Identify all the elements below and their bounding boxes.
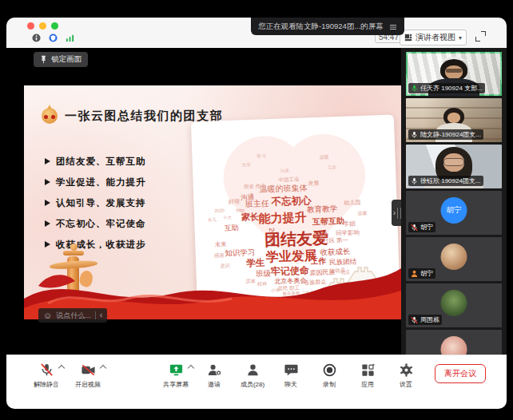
speaker-view-button[interactable]: 演讲者视图 ▾: [400, 30, 467, 46]
participant-name: 胡宁: [420, 269, 433, 278]
toolbar-button-label: 成员(28): [241, 380, 264, 389]
participant-tile[interactable]: 胡宁: [406, 237, 502, 281]
apps-button[interactable]: 应用: [352, 361, 384, 389]
participant-name-label: 徐钰欣 190924团支...: [408, 176, 483, 186]
toolbar-button-label: 解除静音: [34, 380, 59, 389]
participant-tile[interactable]: 周国栋: [406, 283, 502, 327]
participants-list: 任天齐 190924 支部...陆文静-190924团支...徐钰欣 19092…: [406, 52, 502, 355]
toolbar-button-label: 邀请: [208, 380, 221, 389]
settings-button[interactable]: 设置: [390, 361, 422, 389]
word-cloud-word: 不忘初心: [271, 196, 311, 207]
participants-icon: [245, 363, 260, 378]
word-cloud-word: 2022: [268, 228, 276, 244]
chat-input-placeholder[interactable]: 说点什么...: [56, 311, 91, 321]
share-screen-button[interactable]: 共享屏幕: [160, 361, 192, 389]
mic-on-icon: [411, 85, 418, 93]
emoji-icon[interactable]: ☺: [43, 311, 52, 320]
word-cloud-word: 沟通: [241, 194, 254, 201]
collapse-chat-icon[interactable]: ‹: [100, 311, 103, 319]
shared-screen-area: 锁定画面 一张云图总结我们的团支部 团结友爱、互帮互助 学业促进、能力提升 认知…: [6, 48, 401, 355]
mic-muted-icon: [39, 363, 54, 378]
mic-on-icon: [411, 177, 418, 185]
participant-tile[interactable]: [406, 330, 502, 355]
participant-name: 周国栋: [420, 315, 439, 324]
share-screen-icon: [169, 363, 184, 378]
word-cloud-word: 同学影响: [336, 230, 360, 237]
meeting-window: 您正在观看陆文静-190924团...的屏幕 54:47 演讲者视图 ▾ 锁定画…: [6, 18, 507, 409]
word-cloud-word: 中国工业: [278, 177, 299, 183]
zoom-window-button[interactable]: [51, 22, 58, 30]
word-cloud-word: 发展: [242, 163, 251, 168]
encryption-shield-icon[interactable]: [49, 34, 58, 42]
participant-name: 陆文静-190924团支...: [420, 130, 481, 139]
connection-quality-icon[interactable]: [66, 34, 74, 42]
chevron-up-icon[interactable]: [58, 365, 65, 371]
chat-icon: [284, 363, 299, 378]
participant-name-label: 陆文静-190924团支...: [408, 129, 483, 140]
word-cloud-word: 温暖的班集体: [259, 184, 307, 194]
record-button[interactable]: 录制: [313, 361, 345, 389]
participant-tile[interactable]: 徐钰欣 190924团支...: [406, 145, 502, 188]
pin-icon: [40, 55, 47, 64]
bullet-item: 认知引导、发展支持: [45, 197, 146, 208]
camera-muted-icon: [81, 363, 96, 378]
drag-grip-icon: [397, 208, 401, 219]
word-cloud-word: 温暖: [320, 155, 329, 160]
league-emblem-icon: [42, 108, 58, 124]
screen: 您正在观看陆文静-190924团...的屏幕 54:47 演讲者视图 ▾ 锁定画…: [0, 0, 513, 420]
avatar: [441, 336, 467, 355]
participant-tile[interactable]: 任天齐 190924 支部...: [406, 52, 502, 96]
word-cloud-word: 十大: [223, 216, 232, 220]
participant-tile[interactable]: 胡宁胡宁: [406, 191, 502, 235]
participant-tile[interactable]: 陆文静-190924团支...: [406, 98, 502, 142]
participant-name: 胡宁: [420, 223, 433, 232]
toolbar-center-group: 共享屏幕邀请成员(28)聊天录制应用设置: [160, 361, 422, 389]
word-cloud-word: 互帮互助: [312, 217, 344, 226]
chevron-up-icon[interactable]: [188, 365, 194, 371]
sidebar-collapse-handle[interactable]: ›: [392, 200, 401, 226]
word-cloud-word: 教育教学: [307, 204, 337, 213]
viewing-screen-title: 您正在观看陆文静-190924团...的屏幕: [258, 22, 384, 32]
chat-quick-input[interactable]: ☺ 说点什么... ‹: [38, 308, 107, 323]
participant-name-label: 周国栋: [408, 315, 442, 325]
word-cloud-word: 宿舍 作者: [244, 184, 266, 189]
participant-name-label: 胡宁: [408, 222, 435, 232]
bullet-item: 不忘初心、牢记使命: [45, 218, 146, 229]
toolbar-button-label: 应用: [361, 380, 374, 389]
invite-button[interactable]: 邀请: [198, 361, 230, 389]
word-cloud-word: 互助: [225, 224, 239, 232]
pin-screen-button[interactable]: 锁定画面: [34, 52, 88, 67]
camera-muted-button[interactable]: 开启视频: [72, 361, 104, 389]
chat-button[interactable]: 聊天: [275, 361, 307, 389]
word-cloud-word: 知识学习: [225, 248, 255, 257]
participants-sidebar: 任天齐 190924 支部...陆文静-190924团支...徐钰欣 19092…: [401, 48, 507, 355]
bullet-arrow-icon: [45, 179, 50, 185]
banner-menu-icon[interactable]: [389, 19, 397, 34]
mic-muted-icon: [411, 316, 418, 324]
meeting-info-icon[interactable]: [32, 34, 41, 42]
pin-screen-label: 锁定画面: [51, 54, 82, 65]
participants-button[interactable]: 成员(28): [237, 361, 268, 389]
mic-muted-button[interactable]: 解除静音: [30, 361, 62, 389]
bullet-item: 团结友爱、互帮互助: [45, 156, 146, 167]
word-cloud-word: http: [237, 208, 245, 212]
fullscreen-icon[interactable]: [475, 31, 486, 42]
word-cloud-word: 好呀: [229, 198, 241, 204]
close-window-button[interactable]: [27, 22, 34, 30]
participant-name: 任天齐 190924 支部...: [420, 84, 483, 93]
bullet-arrow-icon: [45, 200, 50, 206]
leave-meeting-button[interactable]: 离开会议: [435, 364, 486, 383]
word-cloud-word: 2020: [214, 208, 224, 213]
traffic-lights: [27, 22, 58, 30]
chevron-up-icon[interactable]: [100, 365, 106, 371]
word-cloud-word: 学姐: [343, 220, 356, 228]
word-cloud-word: 家长: [241, 212, 259, 222]
word-cloud-word: 温馨: [357, 211, 367, 216]
invite-icon: [207, 363, 222, 378]
toolbar-button-label: 设置: [400, 380, 412, 389]
participant-name-label: 任天齐 190924 支部...: [408, 83, 485, 93]
chevron-right-icon: ›: [393, 209, 396, 217]
minimize-window-button[interactable]: [39, 22, 46, 30]
apps-icon: [360, 363, 376, 378]
toolbar-button-label: 共享屏幕: [163, 380, 189, 389]
